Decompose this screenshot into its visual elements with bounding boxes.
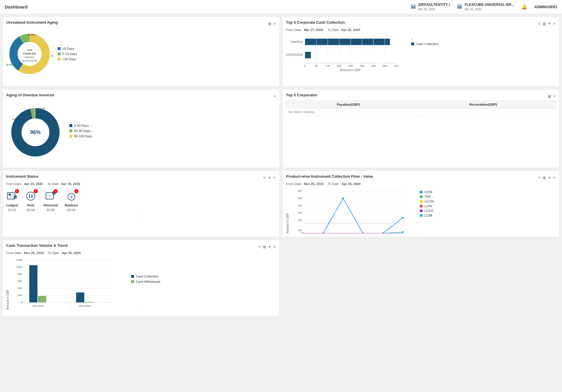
inst-status-title: Instrument Status: [6, 174, 39, 179]
widget-header: Top 5 Corporates ▦ ✕: [286, 93, 556, 100]
svg-text:XXXXXXXXX: XXXXXXXXX: [286, 53, 303, 57]
status-icon-area: 0 $: [6, 190, 18, 202]
grid-icon[interactable]: ▦: [543, 176, 546, 180]
legend-lcco: LCCO: [420, 209, 434, 213]
resize-handle[interactable]: ···: [6, 80, 276, 83]
legend-color-90-120: [69, 135, 72, 138]
jan-withdrawal-bar: [38, 296, 46, 302]
apr-withdrawal-bar: [85, 302, 93, 302]
refresh-icon[interactable]: ↻: [258, 245, 261, 249]
svg-text:30K: 30K: [371, 64, 376, 67]
realized-badge: 0: [74, 189, 78, 193]
refresh-icon[interactable]: ↻: [263, 176, 266, 180]
resize-handle[interactable]: ···: [6, 214, 276, 217]
entity2[interactable]: 🏛 FLEXCUBE-UNIVERSAL-BR... Apr 25, 2020: [457, 3, 514, 11]
filter-icon[interactable]: ▼: [268, 245, 271, 249]
grid-icon[interactable]: ▦: [543, 22, 546, 26]
svg-text:96%: 96%: [30, 129, 41, 135]
widget-header: Product-wise Instrument Collection Flow …: [286, 174, 556, 181]
legend-ucin: UCIN: [420, 190, 434, 194]
svg-text:0.51%: 0.51%: [38, 107, 45, 110]
dashboard-grid: Unrealized Instrument Aging ▦ ✕ Total Co…: [0, 14, 562, 319]
legend-color-trf: [420, 195, 423, 198]
legend-0-30: 0-30 Days ›: [69, 124, 93, 127]
lodged-label: Lodged: [6, 203, 18, 207]
from-date: Mar 27, 2020: [304, 28, 323, 32]
refresh-icon[interactable]: ↻: [538, 176, 541, 180]
bar-chart-container: Amount in GBP 120K 100K 80K 60K 40K 20K …: [6, 257, 276, 310]
svg-text:Total: Total: [27, 49, 32, 52]
legend-trf: TRF ›: [420, 195, 434, 198]
svg-text:120K: 120K: [16, 259, 22, 261]
legend-lcim: LCIM: [420, 214, 434, 217]
lodged-amount: £0.00: [8, 208, 16, 212]
close-icon[interactable]: ✕: [273, 94, 276, 98]
close-icon[interactable]: ✕: [273, 176, 276, 180]
chevron-right-icon[interactable]: ›: [411, 36, 438, 41]
entity1[interactable]: 🏛 (DEFAULTENTITY ) Apr 25, 2020: [411, 3, 450, 11]
legend-cash-withdrawal: Cash Withdrawal: [131, 280, 160, 283]
svg-text:20K: 20K: [348, 64, 353, 67]
grid-icon[interactable]: ▦: [263, 245, 266, 249]
close-icon[interactable]: ✕: [553, 22, 556, 26]
overdue-donut-chart: 96% 0.51% 3.0%: [6, 103, 65, 159]
svg-text:20K: 20K: [18, 294, 22, 297]
svg-text:100K: 100K: [16, 266, 22, 268]
aging-legend: <5 Days 5-10 Days >30 Days: [58, 47, 77, 61]
svg-text:40K: 40K: [394, 64, 399, 67]
filter-icon[interactable]: ▼: [548, 176, 551, 180]
to-date: Apr 25, 2020: [341, 28, 360, 32]
svg-rect-44: [8, 197, 12, 198]
chart-icon[interactable]: ▦: [268, 22, 271, 26]
bar-chart-container: Carrefour XXXXXXXXX 0 5K 10K 15K 20K 25K…: [286, 34, 556, 72]
svg-point-47: [27, 192, 35, 200]
trf-chevron[interactable]: ›: [433, 195, 434, 198]
hold-label: Hold: [27, 203, 34, 207]
widget-actions: ↻ ▦ ▼ ✕: [538, 22, 556, 26]
svg-text:0: 0: [300, 232, 302, 233]
chevron-right-icon: ›: [92, 129, 93, 133]
from-date: Nov 25, 2019: [304, 182, 323, 186]
filter-icon[interactable]: ▼: [268, 176, 271, 180]
aging-overdue-widget: Aging of Overdue Invoices ✕ 96% 0.51% 3.…: [2, 89, 280, 168]
svg-text:5K: 5K: [315, 64, 318, 67]
close-icon[interactable]: ✕: [553, 94, 556, 98]
from-date: Apr 24, 2020: [24, 182, 43, 186]
overdue-chart-area: 96% 0.51% 3.0% 0-30 Days › 60-90 Days ›: [6, 101, 276, 161]
returned-badge: 0: [54, 189, 58, 193]
legend-label-collection: Cash Collection: [136, 275, 158, 278]
close-icon[interactable]: ✕: [273, 22, 276, 26]
close-icon[interactable]: ✕: [553, 176, 556, 180]
entity2-name: FLEXCUBE-UNIVERSAL-BR...: [465, 3, 514, 7]
widget-header: Cash Transaction Volume & Trend ↻ ▦ ▼ ✕: [6, 243, 276, 250]
refresh-icon[interactable]: ↻: [538, 22, 541, 26]
lcim-dot: [402, 231, 404, 233]
legend-color-collection: [131, 275, 134, 278]
svg-text:15K: 15K: [337, 64, 342, 67]
widget-actions: ✕: [273, 94, 276, 98]
filter-icon[interactable]: ▼: [548, 22, 551, 26]
date-range: From Date : Nov 25, 2019 To Date : Apr 2…: [6, 251, 276, 255]
close-icon[interactable]: ✕: [273, 245, 276, 249]
corporates-table: Payables(GBP) Receivables(GBP) No data t…: [286, 101, 556, 116]
resize-handle[interactable]: ···: [6, 310, 276, 313]
chart-icon[interactable]: ▦: [548, 94, 551, 98]
legend-color-60-90: [69, 129, 72, 132]
to-date: Apr 25, 2020: [61, 182, 80, 186]
resize-handle[interactable]: ···: [6, 161, 276, 164]
status-icon-area: 0: [25, 190, 37, 202]
legend-color-ucin: [420, 191, 423, 194]
legend-lcin: LCIN: [420, 204, 434, 208]
svg-text:JAN-2020: JAN-2020: [32, 304, 44, 307]
legend-label-1: <5 Days: [62, 47, 74, 50]
no-data-label: No data to display.: [286, 108, 556, 116]
svg-text:25K: 25K: [360, 64, 364, 67]
legend-label: Cash Collection: [416, 42, 438, 46]
svg-text:31.7%: 31.7%: [51, 54, 53, 57]
realized-amount: £0.00: [67, 208, 76, 212]
svg-text:60K: 60K: [18, 280, 22, 283]
resize-handle[interactable]: ···: [286, 116, 556, 119]
notification-bell-icon[interactable]: 🔔: [521, 4, 527, 10]
legend-cash-collection: Cash Collection: [411, 42, 438, 46]
svg-rect-13: [305, 52, 311, 58]
